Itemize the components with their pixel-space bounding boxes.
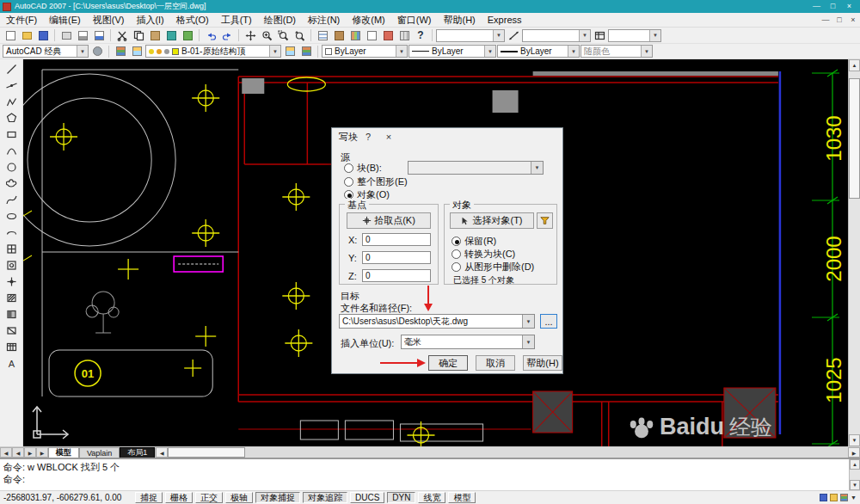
tab-first-button[interactable]: ◀	[0, 447, 12, 458]
menu-file[interactable]: 文件(F)	[0, 14, 43, 27]
cut-button[interactable]	[114, 28, 130, 43]
zoom-previous-button[interactable]	[292, 28, 307, 43]
menu-tools[interactable]: 工具(T)	[215, 14, 258, 27]
dropdown-icon[interactable]: ▼	[522, 335, 534, 348]
dropdown-icon[interactable]: ▼	[77, 46, 88, 57]
table-tool-button[interactable]	[3, 339, 20, 354]
dropdown-icon[interactable]: ▼	[568, 46, 579, 57]
color-combo[interactable]: ByLayer▼	[322, 45, 408, 58]
make-object-layer-current-button[interactable]	[282, 44, 298, 58]
osnap-toggle[interactable]: 对象捕捉	[255, 492, 300, 503]
toolbar-lock-icon[interactable]	[830, 494, 838, 501]
menu-draw[interactable]: 绘图(D)	[258, 14, 302, 27]
open-button[interactable]	[19, 28, 34, 43]
grid-toggle[interactable]: 栅格	[165, 492, 193, 503]
dropdown-icon[interactable]: ▼	[484, 46, 495, 57]
scroll-up-icon[interactable]: ▲	[850, 459, 860, 470]
circle-tool-button[interactable]	[3, 159, 20, 175]
designcenter-button[interactable]	[331, 28, 347, 43]
polar-toggle[interactable]: 极轴	[225, 492, 253, 503]
menu-insert[interactable]: 插入(I)	[130, 14, 169, 27]
line-tool-button[interactable]	[3, 61, 20, 77]
vertical-scroll-thumb[interactable]	[849, 78, 860, 199]
workspace-combo[interactable]: AutoCAD 经典▼	[3, 45, 89, 58]
table-style-button[interactable]	[592, 28, 607, 43]
dropdown-icon[interactable]: ▼	[493, 30, 504, 41]
text-style-combo[interactable]: ▼	[436, 29, 505, 42]
ok-button[interactable]: 确定	[428, 355, 468, 371]
close-button[interactable]: ×	[841, 1, 857, 12]
dropdown-icon[interactable]: ▼	[649, 30, 660, 41]
layer-previous-button[interactable]	[298, 44, 314, 58]
make-block-button[interactable]	[3, 257, 20, 273]
menu-window[interactable]: 窗口(W)	[391, 14, 438, 27]
plot-preview-button[interactable]	[75, 28, 90, 43]
publish-button[interactable]	[91, 28, 107, 43]
linetype-combo[interactable]: ByLayer▼	[408, 45, 496, 58]
tab-model[interactable]: 模型	[48, 447, 79, 458]
dialog-title-bar[interactable]: 写块 ? ×	[332, 128, 562, 145]
scroll-down-icon[interactable]: ▼	[849, 434, 860, 446]
otrack-toggle[interactable]: 对象追踪	[303, 492, 347, 503]
doc-close-button[interactable]: ×	[846, 15, 860, 24]
spline-tool-button[interactable]	[3, 192, 20, 207]
pick-point-button[interactable]: 拾取点(K)	[347, 212, 431, 229]
y-input[interactable]: 0	[362, 251, 431, 264]
polyline-tool-button[interactable]	[3, 94, 20, 109]
save-button[interactable]	[35, 28, 51, 43]
quickcalc-button[interactable]	[396, 28, 412, 43]
command-scrollbar[interactable]: ▲ ▼	[849, 459, 860, 490]
horizontal-scrollbar[interactable]: ◀ ▶	[155, 447, 860, 458]
arc-tool-button[interactable]	[3, 143, 20, 158]
dyn-toggle[interactable]: DYN	[387, 492, 415, 503]
dropdown-icon[interactable]: ▼	[269, 46, 280, 57]
point-tool-button[interactable]	[3, 274, 20, 289]
ellipse-arc-button[interactable]	[3, 224, 20, 240]
horizontal-scroll-thumb[interactable]	[168, 447, 245, 458]
mtext-tool-button[interactable]: A	[3, 355, 20, 371]
tool-palettes-button[interactable]	[347, 28, 363, 43]
scroll-right-icon[interactable]: ▶	[848, 447, 860, 458]
table-style-combo[interactable]: ▼	[608, 29, 661, 42]
z-input[interactable]: 0	[362, 269, 431, 282]
tab-layout-vaplain[interactable]: Vaplain	[79, 447, 120, 458]
block-editor-button[interactable]	[180, 28, 195, 43]
x-input[interactable]: 0	[362, 233, 431, 246]
rectangle-tool-button[interactable]	[3, 126, 20, 142]
radio-convert-to-block[interactable]	[452, 249, 461, 259]
layer-combo[interactable]: B-01-原始结构顶 ▼	[145, 45, 281, 58]
hatch-tool-button[interactable]	[3, 290, 20, 305]
zoom-window-button[interactable]	[275, 28, 291, 43]
dropdown-icon[interactable]: ▼	[522, 315, 534, 328]
doc-restore-button[interactable]: □	[832, 15, 846, 24]
properties-button[interactable]	[315, 28, 330, 43]
help-button[interactable]: ?	[413, 28, 428, 43]
redo-button[interactable]	[219, 28, 235, 43]
cancel-button[interactable]: 取消	[476, 355, 515, 371]
pan-button[interactable]	[243, 28, 258, 43]
dim-style-combo[interactable]: ▼	[522, 29, 591, 42]
dialog-help-button[interactable]: ?	[358, 128, 378, 145]
layer-properties-button[interactable]	[113, 44, 128, 58]
filename-combo[interactable]: C:\Users\asus\Desktop\天花.dwg ▼	[339, 314, 535, 329]
tray-menu-icon[interactable]: ▼	[851, 495, 857, 501]
insert-block-button[interactable]	[3, 241, 20, 256]
new-button[interactable]	[3, 28, 18, 43]
tab-layout-1[interactable]: 布局1	[120, 447, 155, 458]
command-prompt-line[interactable]: 命令:	[3, 473, 846, 485]
sheetset-manager-button[interactable]	[364, 28, 379, 43]
tab-next-button[interactable]: ▶	[24, 447, 36, 458]
zoom-realtime-button[interactable]	[259, 28, 274, 43]
scroll-left-icon[interactable]: ◀	[156, 447, 168, 458]
dim-style-button[interactable]	[506, 28, 521, 43]
select-objects-button[interactable]: 选择对象(T)	[450, 212, 534, 229]
tab-last-button[interactable]: ▶	[36, 447, 48, 458]
scroll-down-icon[interactable]: ▼	[850, 480, 860, 490]
ellipse-tool-button[interactable]	[3, 208, 20, 224]
snap-toggle[interactable]: 捕捉	[135, 492, 163, 503]
dropdown-icon[interactable]: ▼	[396, 46, 407, 57]
layer-states-button[interactable]	[129, 44, 144, 58]
radio-retain[interactable]	[452, 237, 461, 246]
gradient-tool-button[interactable]	[3, 306, 20, 322]
ducs-toggle[interactable]: DUCS	[350, 492, 384, 503]
